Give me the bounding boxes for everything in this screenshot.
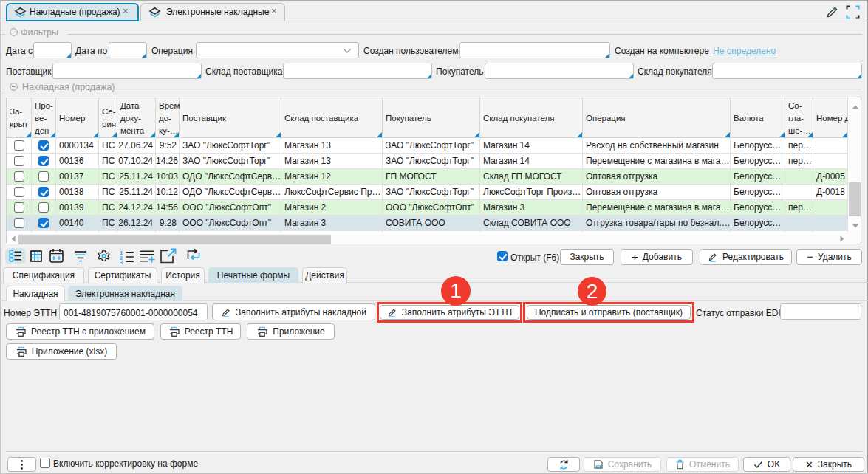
svg-text:3: 3 bbox=[120, 259, 123, 265]
